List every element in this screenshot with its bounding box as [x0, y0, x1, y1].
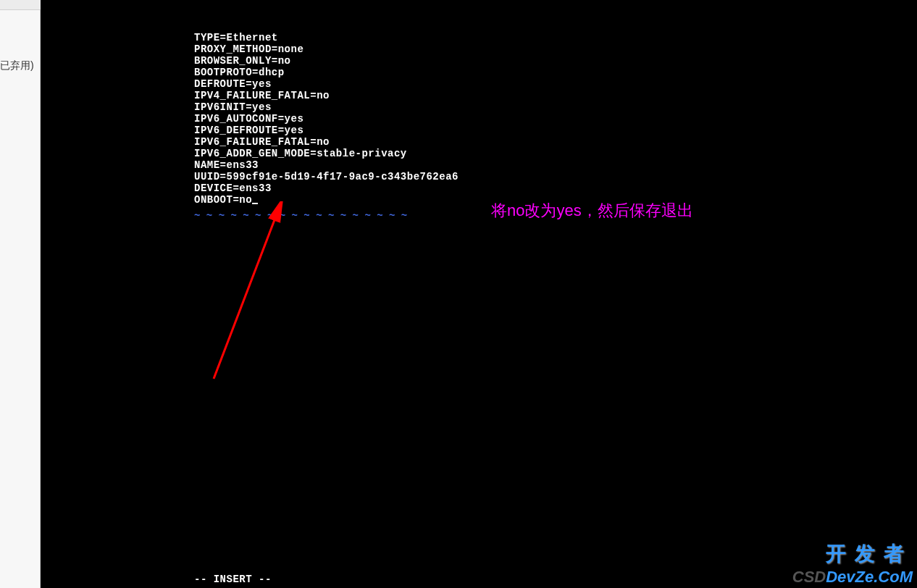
config-line: IPV6_AUTOCONF=yes: [194, 113, 303, 125]
vim-tilde-lines: ~ ~ ~ ~ ~ ~ ~ ~ ~ ~ ~ ~ ~ ~ ~ ~ ~ ~: [194, 206, 407, 226]
config-line: BOOTPROTO=dhcp: [194, 67, 285, 78]
config-line: DEFROUTE=yes: [194, 78, 272, 90]
watermark-chinese: 开发者: [826, 540, 913, 568]
left-panel: 已弃用): [0, 0, 41, 588]
config-line: DEVICE=ens33: [194, 182, 272, 194]
config-line: BROWSER_ONLY=no: [194, 55, 291, 67]
config-line: TYPE=Ethernet: [194, 32, 278, 43]
text-cursor: [252, 203, 258, 204]
watermark-csd: CSD: [792, 568, 826, 586]
config-line: UUID=599cf91e-5d19-4f17-9ac9-c343be762ea…: [194, 171, 458, 182]
annotation-instruction: 将no改为yes，然后保存退出: [491, 200, 693, 222]
config-line: IPV6_DEFROUTE=yes: [194, 125, 303, 136]
config-line: IPV4_FAILURE_FATAL=no: [194, 90, 330, 101]
vim-status-line: -- INSERT --: [194, 574, 272, 585]
left-panel-label: 已弃用): [0, 59, 34, 72]
annotation-arrow-icon: [210, 201, 290, 382]
left-panel-top-bar: [0, 0, 41, 10]
watermark-url: CSDDevZe.CoM: [792, 568, 913, 587]
config-line: IPV6INIT=yes: [194, 101, 272, 113]
config-line: IPV6_ADDR_GEN_MODE=stable-privacy: [194, 148, 407, 159]
config-line: ONBOOT=no: [194, 194, 252, 206]
terminal-window[interactable]: TYPE=Ethernet PROXY_METHOD=none BROWSER_…: [41, 0, 917, 588]
config-line: NAME=ens33: [194, 159, 259, 171]
terminal-file-content[interactable]: TYPE=Ethernet PROXY_METHOD=none BROWSER_…: [194, 32, 458, 206]
svg-line-1: [214, 209, 279, 379]
config-line: IPV6_FAILURE_FATAL=no: [194, 136, 330, 148]
watermark-devze: DevZe.CoM: [826, 568, 913, 586]
config-line: PROXY_METHOD=none: [194, 43, 303, 55]
